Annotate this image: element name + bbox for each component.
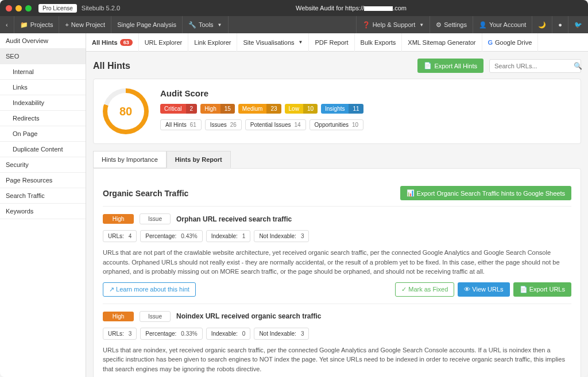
hint-stat-nidx: Not Indexable:3 (254, 328, 309, 340)
type-tag: Issue (140, 311, 171, 322)
subtabs: All Hints63URL ExplorerLink ExplorerSite… (86, 33, 588, 52)
stat-all-hints[interactable]: All Hints61 (160, 119, 202, 130)
sidebar-item-duplicate-content[interactable]: Duplicate Content (0, 142, 86, 157)
section-title: Organic Search Traffic (103, 189, 188, 198)
sidebar-item-search-traffic[interactable]: Search Traffic (0, 188, 86, 204)
tab-hints-report[interactable]: Hints by Report (167, 151, 231, 168)
sidebar-item-security[interactable]: Security (0, 157, 86, 173)
hint-stat-pct: Percentage:0.33% (140, 328, 202, 340)
hint-description: URLs that are noindex, yet received orga… (103, 345, 571, 374)
hint-stat-urls: URLs:3 (103, 328, 137, 340)
pill-medium[interactable]: Medium23 (238, 104, 281, 114)
mark-fixed-button[interactable]: ✓ Mark as Fixed (395, 282, 454, 297)
settings-button[interactable]: ⚙ Settings (430, 16, 473, 33)
single-page-analysis-button[interactable]: Single Page Analysis (111, 16, 183, 33)
subtab-site-visualisations[interactable]: Site Visualisations▼ (237, 33, 309, 52)
titlebar: Pro License Sitebulb 5.2.0 Website Audit… (0, 0, 588, 16)
window-controls[interactable] (6, 5, 32, 11)
hint-stat-idx: Indexable:1 (206, 230, 251, 242)
export-urls-button[interactable]: 📄 Export URLs (513, 282, 571, 297)
sidebar-item-keywords[interactable]: Keywords (0, 204, 86, 219)
hint-stat-urls: URLs:4 (103, 230, 137, 242)
subtab-google-drive[interactable]: G Google Drive (482, 33, 539, 52)
help-button[interactable]: ❓ Help & Support▼ (356, 16, 430, 33)
maximize-icon[interactable] (25, 5, 32, 11)
pill-low[interactable]: Low10 (285, 104, 318, 114)
pill-insights[interactable]: Insights11 (321, 104, 363, 114)
search-input[interactable]: 🔍 (489, 59, 581, 73)
sidebar-item-on-page[interactable]: On Page (0, 126, 86, 142)
export-section-button[interactable]: 📊 Export Organic Search Traffic hints to… (400, 186, 571, 200)
severity-tag: High (103, 214, 134, 224)
hints-tabs: Hints by Importance Hints by Report (93, 151, 581, 168)
sidebar-item-internal[interactable]: Internal (0, 64, 86, 80)
stat-issues[interactable]: Issues26 (205, 119, 242, 130)
export-all-hints-button[interactable]: 📄 Export All Hints (417, 59, 483, 73)
subtab-bulk-exports[interactable]: Bulk Exports (355, 33, 403, 52)
sidebar-item-audit-overview[interactable]: Audit Overview (0, 33, 86, 49)
stat-potential-issues[interactable]: Potential Issues14 (245, 119, 306, 130)
close-icon[interactable] (6, 5, 12, 11)
sidebar: Audit OverviewSEOInternalLinksIndexabili… (0, 33, 86, 377)
account-button[interactable]: 👤 Your Account (473, 16, 532, 33)
sidebar-item-seo[interactable]: SEO (0, 49, 86, 64)
minimize-icon[interactable] (16, 5, 22, 11)
hint-description: URLs that are not part of the crawlable … (103, 248, 571, 277)
subtab-all-hints[interactable]: All Hints63 (86, 33, 139, 52)
projects-button[interactable]: 📁 Projects (14, 16, 60, 33)
hint-title: Noindex URL received organic search traf… (176, 312, 322, 320)
hints-count-badge: 63 (120, 39, 133, 46)
subtab-url-explorer[interactable]: URL Explorer (139, 33, 189, 52)
audit-score-card: 80 Audit Score Critical2High15Medium23Lo… (93, 79, 581, 144)
subtab-link-explorer[interactable]: Link Explorer (188, 33, 237, 52)
score-gauge: 80 (103, 88, 149, 134)
hint-stat-nidx: Not Indexable:3 (254, 230, 309, 242)
tools-button[interactable]: 🔧 Tools▼ (183, 16, 229, 33)
view-urls-button[interactable]: 👁 View URLs (458, 282, 509, 297)
sidebar-item-page-resources[interactable]: Page Resources (0, 173, 86, 188)
hint-title: Orphan URL received search traffic (176, 215, 292, 223)
score-title: Audit Score (160, 88, 363, 98)
twitter-icon[interactable]: 🐦 (568, 16, 588, 33)
page-title: All Hints (93, 61, 130, 71)
subtab-pdf-report[interactable]: PDF Report (309, 33, 354, 52)
severity-tag: High (103, 312, 134, 321)
hint-item: HighIssueNoindex URL received organic se… (103, 304, 571, 378)
audit-url: Website Audit for https://.com (120, 5, 582, 11)
learn-more-button[interactable]: ↗ Learn more about this hint (103, 282, 196, 297)
pill-high[interactable]: High15 (200, 104, 235, 114)
main-toolbar: ‹ 📁 Projects + New Project Single Page A… (0, 16, 588, 33)
hint-item: HighIssueOrphan URL received search traf… (103, 206, 571, 304)
theme-toggle[interactable]: 🌙 (532, 16, 552, 33)
back-button[interactable]: ‹ (0, 16, 14, 33)
tab-hints-importance[interactable]: Hints by Importance (93, 151, 167, 168)
stat-opportunities[interactable]: Opportunities10 (310, 119, 364, 130)
sidebar-item-links[interactable]: Links (0, 80, 86, 95)
new-project-button[interactable]: + New Project (59, 16, 111, 33)
notifications-icon[interactable]: ● (552, 16, 568, 33)
app-name: Sitebulb 5.2.0 (82, 5, 120, 11)
hint-stat-pct: Percentage:0.43% (140, 230, 202, 242)
search-icon: 🔍 (574, 62, 582, 70)
score-value: 80 (107, 93, 144, 130)
pill-critical[interactable]: Critical2 (160, 104, 197, 114)
type-tag: Issue (140, 213, 171, 224)
sidebar-item-indexability[interactable]: Indexability (0, 95, 86, 111)
sidebar-item-redirects[interactable]: Redirects (0, 111, 86, 126)
subtab-xml-sitemap-generator[interactable]: XML Sitemap Generator (402, 33, 482, 52)
hint-stat-idx: Indexable:0 (206, 328, 251, 340)
license-badge: Pro License (38, 4, 77, 13)
